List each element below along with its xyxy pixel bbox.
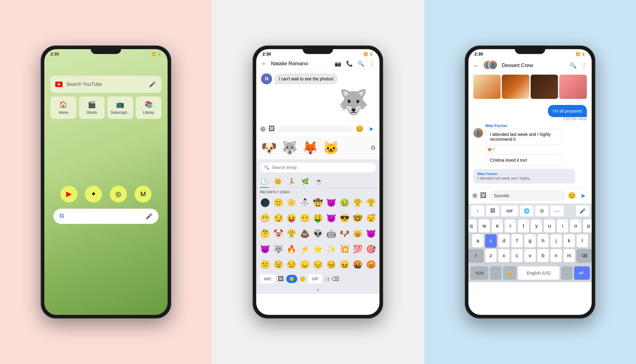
key-y[interactable]: y6 <box>531 219 542 233</box>
emoji-bottom-key[interactable]: 😊 <box>503 266 516 280</box>
emoji-43[interactable]: 😖 <box>338 258 351 271</box>
emoji-cat-clock[interactable]: 🕐 <box>260 177 269 186</box>
key-c[interactable]: c <box>511 249 523 262</box>
search-chat-icon[interactable]: 🔍 <box>358 60 364 67</box>
emoji-40[interactable]: 😞 <box>298 258 311 271</box>
sticker-1[interactable]: 🐶 <box>260 139 278 157</box>
key-n[interactable]: n <box>550 249 562 262</box>
gboard-gif-key[interactable]: GIF <box>501 205 518 216</box>
emoji-25[interactable]: 🐶 <box>338 227 351 240</box>
nav-shorts[interactable]: 🎬 Shorts <box>79 96 105 119</box>
emoji-cat-food[interactable]: ☕ <box>315 177 323 186</box>
period-key[interactable]: . <box>561 266 573 280</box>
emoji-33[interactable]: ✨ <box>325 243 338 256</box>
back-button-2[interactable]: ← <box>261 60 267 67</box>
emoji-cat-nature[interactable]: 🌿 <box>301 177 310 186</box>
key-b[interactable]: b <box>537 249 549 262</box>
emoji-35[interactable]: 💯 <box>351 243 364 256</box>
mic-icon-google[interactable]: 🎤 <box>146 213 152 220</box>
backspace-key-emoji[interactable]: ⌫ <box>332 276 339 282</box>
gmail-app-icon[interactable]: M <box>134 186 151 203</box>
key-u[interactable]: u7 <box>544 219 555 233</box>
back-button-3[interactable]: ← <box>473 62 479 69</box>
emoji-7[interactable]: 🤢 <box>338 196 351 209</box>
emoji-29[interactable]: 🐺 <box>272 243 285 256</box>
group-image-4[interactable] <box>559 75 587 99</box>
enter-key[interactable]: ↵ <box>574 266 590 280</box>
emoji-32[interactable]: ⭐ <box>312 243 325 256</box>
key-a[interactable]: a <box>472 234 484 248</box>
key-f[interactable]: f <box>511 234 523 248</box>
key-h[interactable]: h <box>537 234 549 248</box>
key-o[interactable]: o9 <box>570 219 581 233</box>
send-button-3[interactable]: ➤ <box>578 191 588 201</box>
sticker-icon[interactable]: 🖼 <box>268 125 275 133</box>
gboard-translate-key[interactable]: 🌐 <box>520 205 533 216</box>
emoji-20[interactable]: 🤡 <box>272 227 285 240</box>
emoji-14[interactable]: 🤑 <box>312 212 325 225</box>
sticker-2[interactable]: 🐺 <box>281 139 299 157</box>
pinwheel-app-icon[interactable]: ✦ <box>85 186 102 203</box>
shift-key[interactable]: ⇧ <box>468 249 484 262</box>
key-q[interactable]: q <box>468 219 477 233</box>
gif-key[interactable]: GIF <box>308 274 322 284</box>
emoji-42[interactable]: 😣 <box>325 258 338 271</box>
emoji-21[interactable]: 😤 <box>285 227 298 240</box>
comma-key[interactable]: , <box>490 266 502 280</box>
youtube-search-widget[interactable]: Search YouTube 🎤 <box>50 76 162 93</box>
emoji-8[interactable]: 😤 <box>351 196 364 209</box>
emoji-34[interactable]: 💥 <box>338 243 351 256</box>
emoji-2[interactable]: 🙂 <box>272 196 285 209</box>
emoji-23[interactable]: 👽 <box>312 227 325 240</box>
emoji-picker-icon[interactable]: 😊 <box>355 125 364 133</box>
gboard-settings-key[interactable]: ⚙ <box>535 205 549 216</box>
emoji-27[interactable]: 👿 <box>365 227 377 240</box>
youtube-app-icon[interactable]: ▶ <box>60 186 77 203</box>
smiley-key[interactable]: :-) <box>325 276 329 282</box>
emoji-36[interactable]: 🎯 <box>365 243 377 256</box>
key-j[interactable]: j <box>550 234 562 248</box>
group-image-2[interactable] <box>502 75 529 99</box>
phone-call-icon[interactable]: 📞 <box>346 60 353 67</box>
key-r[interactable]: r4 <box>505 219 516 233</box>
emoji-picker-icon-3[interactable]: 😊 <box>568 192 576 200</box>
emoji-37[interactable]: 😕 <box>259 258 271 271</box>
group-image-3[interactable] <box>531 75 558 99</box>
gboard-mic-key[interactable]: 🎤 <box>576 205 589 216</box>
nav-subscriptions[interactable]: 📺 Subscripti... <box>107 96 133 119</box>
emoji-45[interactable]: 😡 <box>365 258 377 271</box>
nav-library[interactable]: 📚 Library <box>136 96 162 119</box>
text-face-key[interactable]: 🙂 <box>300 276 306 282</box>
emoji-4[interactable]: ⛄ <box>298 196 311 209</box>
gboard-more-key[interactable]: ··· <box>550 205 564 216</box>
group-more-options-icon[interactable]: ⋮ <box>581 62 587 69</box>
emoji-key-active[interactable]: 😊 <box>286 275 297 283</box>
emoji-31[interactable]: ⚡ <box>298 243 311 256</box>
key-i[interactable]: i8 <box>557 219 568 233</box>
emoji-9[interactable]: 😤 <box>365 196 377 209</box>
backspace-key[interactable]: ⌫ <box>576 249 592 262</box>
key-z[interactable]: z <box>485 249 497 262</box>
emoji-41[interactable]: 😔 <box>312 258 325 271</box>
emoji-19[interactable]: 🤔 <box>259 227 271 240</box>
sticker-key-icon[interactable]: 🖼 <box>278 275 284 282</box>
send-button-2[interactable]: ➤ <box>366 124 376 134</box>
emoji-cat-face[interactable]: 😊 <box>274 177 282 186</box>
emoji-5[interactable]: 🤠 <box>312 196 325 209</box>
emoji-24[interactable]: 🤖 <box>325 227 338 240</box>
key-s[interactable]: s <box>485 234 497 248</box>
gboard-image-key[interactable]: 🖼 <box>486 205 499 216</box>
emoji-cat-activity[interactable]: 🏃 <box>287 177 296 186</box>
emoji-18[interactable]: 😴 <box>365 212 377 225</box>
key-t[interactable]: t5 <box>518 219 529 233</box>
nav-home[interactable]: 🏠 Home <box>50 96 77 119</box>
more-options-icon[interactable]: ⋮ <box>369 60 375 67</box>
add-attachment-icon-3[interactable]: ⊕ <box>472 192 478 200</box>
key-x[interactable]: x <box>498 249 510 262</box>
emoji-12[interactable]: 😝 <box>285 212 298 225</box>
emoji-10[interactable]: 😬 <box>259 212 271 225</box>
emoji-30[interactable]: 🔥 <box>285 243 298 256</box>
key-d[interactable]: d <box>498 234 510 248</box>
emoji-28[interactable]: 😈 <box>259 243 271 256</box>
google-search-bar[interactable]: G 🎤 <box>53 209 158 224</box>
